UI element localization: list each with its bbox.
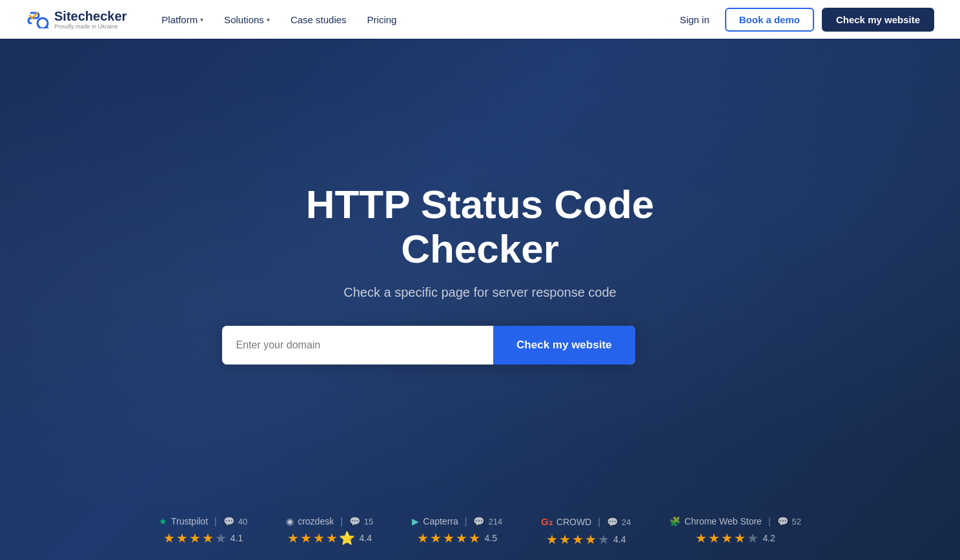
nav-solutions[interactable]: Solutions ▾	[215, 9, 279, 30]
logo-icon	[26, 10, 49, 28]
ratings-bar: ★ Trustpilot | 💬 40 ★ ★ ★ ★ ★ 4.1 ◉ croz…	[0, 498, 960, 560]
chevron-down-icon: ▾	[200, 16, 203, 23]
hero-title: HTTP Status Code Checker	[222, 183, 739, 270]
capterra-label: Capterra	[423, 516, 458, 526]
check-website-hero-button[interactable]: Check my website	[493, 326, 635, 365]
rating-g2crowd: G₂ CROWD | 💬 24 ★ ★ ★ ★ ★ 4.4	[541, 516, 631, 547]
sign-in-link[interactable]: Sign in	[672, 9, 717, 30]
capterra-stars: ★ ★ ★ ★ ★ 4.5	[417, 530, 496, 546]
g2crowd-label: CROWD	[557, 517, 591, 527]
chevron-down-icon: ▾	[267, 16, 270, 23]
crozdesk-stars: ★ ★ ★ ★ ⭐ 4.4	[287, 530, 371, 546]
g2crowd-stars: ★ ★ ★ ★ ★ 4.4	[546, 532, 626, 547]
logo-text: Sitechecker Proudly made in Ukraine	[54, 9, 127, 30]
chrome-icon: 🧩	[669, 516, 680, 526]
capterra-icon: ▶	[412, 516, 419, 526]
logo-name: Sitechecker	[54, 9, 127, 23]
crozdesk-label: crozdesk	[298, 516, 334, 526]
trustpilot-icon: ★	[159, 516, 167, 526]
domain-input[interactable]	[222, 326, 494, 365]
nav-case-studies[interactable]: Case studies	[281, 9, 356, 30]
nav-links: Platform ▾ Solutions ▾ Case studies Pric…	[152, 9, 672, 30]
rating-trustpilot: ★ Trustpilot | 💬 40 ★ ★ ★ ★ ★ 4.1	[159, 516, 247, 547]
rating-capterra: ▶ Capterra | 💬 214 ★ ★ ★ ★ ★ 4.5	[412, 516, 502, 547]
navbar: Sitechecker Proudly made in Ukraine Plat…	[0, 0, 960, 39]
book-demo-button[interactable]: Book a demo	[725, 8, 814, 32]
search-box: Check my website	[222, 326, 635, 365]
check-website-nav-button[interactable]: Check my website	[822, 8, 934, 32]
logo-tagline: Proudly made in Ukraine	[54, 23, 127, 30]
hero-content: HTTP Status Code Checker Check a specifi…	[209, 183, 751, 364]
nav-pricing[interactable]: Pricing	[358, 9, 406, 30]
comment-icon: 💬	[777, 516, 788, 526]
comment-icon: 💬	[223, 516, 234, 526]
logo[interactable]: Sitechecker Proudly made in Ukraine	[26, 9, 127, 30]
hero-subtitle: Check a specific page for server respons…	[222, 285, 739, 300]
hero-section: HTTP Status Code Checker Check a specifi…	[0, 39, 960, 560]
g2crowd-icon: G₂	[541, 516, 553, 528]
crozdesk-icon: ◉	[286, 516, 294, 526]
comment-icon: 💬	[349, 516, 360, 526]
rating-chrome-webstore: 🧩 Chrome Web Store | 💬 52 ★ ★ ★ ★ ★ 4.2	[669, 516, 801, 547]
chrome-stars: ★ ★ ★ ★ ★ 4.2	[695, 530, 775, 546]
rating-crozdesk: ◉ crozdesk | 💬 15 ★ ★ ★ ★ ⭐ 4.4	[286, 516, 373, 547]
nav-platform[interactable]: Platform ▾	[152, 9, 212, 30]
comment-icon: 💬	[473, 516, 484, 526]
comment-icon: 💬	[607, 517, 618, 527]
trustpilot-stars: ★ ★ ★ ★ ★ 4.1	[163, 530, 243, 546]
nav-right: Sign in Book a demo Check my website	[672, 8, 934, 32]
chrome-label: Chrome Web Store	[684, 516, 762, 526]
trustpilot-label: Trustpilot	[171, 516, 208, 526]
